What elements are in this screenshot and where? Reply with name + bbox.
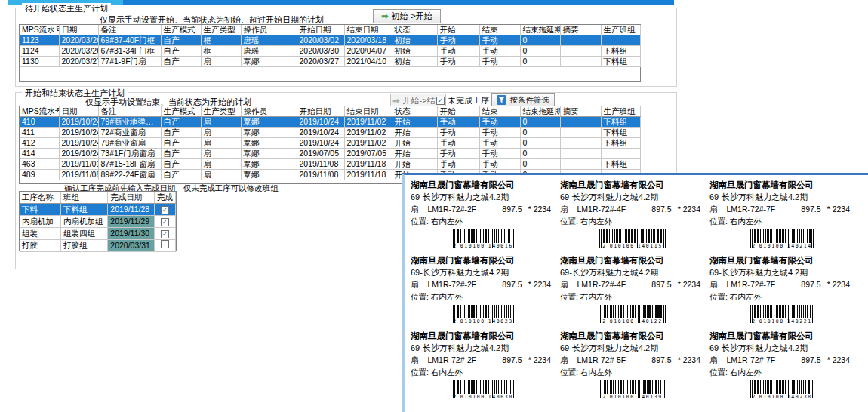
- table-row[interactable]: 4632019/11/0187#15-18F窗扇自产扇覃娜2019/11/082…: [20, 159, 640, 170]
- column-header[interactable]: 结束日期: [344, 25, 392, 35]
- process-row[interactable]: 组装组装四组2019/11/30✓: [20, 228, 176, 240]
- table-row[interactable]: 4142019/10/2473#1F门扇窗扇自产扇覃娜2019/07/05201…: [20, 149, 640, 159]
- column-header[interactable]: 生产班组: [601, 25, 640, 35]
- label-position-line: 位置: 右内左外: [560, 292, 705, 303]
- table-row[interactable]: 11242020/03/2667#31-34F门框自产框唐瑶2020/03/30…: [20, 46, 640, 57]
- barcode-bar: [797, 229, 798, 243]
- waiting-start-table: MPS流水号日期备注生产模式生产类型操作员开始日期结束日期状态开始结束结束拖延期…: [20, 25, 641, 67]
- column-header[interactable]: 日期: [59, 25, 98, 35]
- table-row[interactable]: 4102019/10/2479#商业地弹…自产扇覃娜2019/10/242019…: [20, 117, 640, 128]
- column-header[interactable]: 备注: [98, 106, 161, 117]
- column-header[interactable]: 开始日期: [297, 106, 344, 117]
- barcode-bar: [472, 305, 475, 318]
- column-header[interactable]: 结束: [479, 25, 520, 35]
- label-project-name: 69-长沙万科魅力之城4.2期: [709, 343, 854, 354]
- column-header[interactable]: 班组: [60, 192, 107, 204]
- label-product-code: LM1R-72#-2F: [428, 355, 477, 364]
- barcode-bar: [780, 229, 781, 243]
- cell: [601, 149, 640, 159]
- barcode-bar: [648, 229, 650, 243]
- column-header[interactable]: MPS流水号: [20, 25, 59, 35]
- column-header[interactable]: 摘要: [560, 106, 601, 117]
- barcode-bar: [805, 305, 806, 318]
- barcode-bar: [488, 229, 489, 243]
- cell: [560, 35, 601, 46]
- product-label: 湖南旦晟门窗幕墙有限公司69-长沙万科魅力之城4.2期扇LM1R-72#-7F8…: [709, 255, 854, 326]
- barcode-bar: [654, 380, 654, 394]
- column-header[interactable]: 结束拖延期: [520, 106, 560, 117]
- done-checkbox[interactable]: ✓: [161, 206, 169, 214]
- barcode-bar: [626, 229, 627, 243]
- table-row[interactable]: 11232020/03/2669#37-40F门框自产框唐瑶2020/03/02…: [20, 35, 640, 46]
- cell: 覃娜: [241, 57, 297, 67]
- table-row[interactable]: 11302020/03/2777#1-9F门扇自产扇覃娜2020/03/2720…: [20, 57, 640, 67]
- label-project-name: 69-长沙万科魅力之城4.2期: [709, 267, 854, 278]
- barcode-bar: [463, 305, 463, 318]
- barcode-bar: [460, 380, 461, 394]
- label-width: 897.5: [502, 355, 522, 364]
- cell: 2019/10/24: [59, 138, 98, 149]
- column-header[interactable]: 生产类型: [201, 25, 241, 35]
- column-header[interactable]: MPS流水号: [20, 106, 59, 117]
- barcode-bar: [765, 229, 766, 243]
- barcode-bar: [463, 380, 463, 394]
- done-checkbox[interactable]: [161, 240, 169, 248]
- column-header[interactable]: 生产类型: [201, 106, 241, 117]
- process-row[interactable]: 下料下料组2019/11/28✓: [20, 204, 176, 216]
- column-header[interactable]: 结束: [479, 106, 520, 117]
- barcode-bar: [655, 305, 657, 318]
- label-company-name: 湖南旦晟门窗幕墙有限公司: [709, 255, 854, 266]
- process-row[interactable]: 内扇机加内扇机加组2019/11/29✓: [20, 216, 176, 228]
- cell: 79#商业地弹…: [98, 117, 161, 128]
- barcode-bar: [476, 380, 477, 394]
- label-position-line: 位置: 右内左外: [560, 217, 705, 227]
- table-row[interactable]: 4122019/10/2479#商业窗扇自产扇覃娜2019/10/242019/…: [20, 138, 640, 149]
- barcode-bar: [508, 305, 509, 318]
- table-row[interactable]: 4112019/10/2472#商业窗扇自产扇覃娜2019/10/242019/…: [20, 128, 640, 138]
- cell: 自产: [161, 149, 201, 159]
- barcode-bar: [785, 229, 786, 243]
- column-header[interactable]: 摘要: [560, 25, 601, 35]
- barcode-bar: [805, 229, 805, 243]
- barcode-bar: [464, 229, 465, 243]
- column-header[interactable]: 完成日期: [108, 192, 154, 204]
- barcode-bar: [625, 229, 626, 243]
- barcode-bar: [642, 380, 642, 394]
- barcode: 2010100140122: [590, 305, 675, 324]
- column-header[interactable]: 备注: [98, 25, 161, 35]
- name-cell: 组装: [20, 228, 60, 240]
- barcode-bar: [807, 229, 808, 243]
- column-header[interactable]: 完成: [154, 192, 175, 204]
- label-spec-line: 扇LM1R-72#-2F897.5* 2234: [411, 204, 556, 215]
- init-to-start-button[interactable]: ➡ 初始->开始: [373, 9, 441, 23]
- done-checkbox[interactable]: ✓: [161, 230, 169, 238]
- barcode-bar: [785, 380, 786, 394]
- process-row[interactable]: 打胶打胶组2020/03/31: [20, 240, 176, 252]
- column-header[interactable]: 开始日期: [297, 25, 344, 35]
- barcode-bar: [657, 305, 660, 318]
- label-height: * 2234: [678, 280, 700, 289]
- column-header[interactable]: 结束拖延期: [520, 25, 560, 35]
- column-header[interactable]: 生产班组: [601, 106, 640, 117]
- barcode-bar: [501, 229, 502, 243]
- unfinished-process-checkbox[interactable]: ✓: [436, 97, 445, 105]
- column-header[interactable]: 开始: [437, 25, 479, 35]
- column-header[interactable]: 生产模式: [161, 25, 201, 35]
- column-header[interactable]: 开始: [437, 106, 479, 117]
- barcode-bar: [780, 380, 781, 394]
- column-header[interactable]: 工序名称: [20, 192, 60, 204]
- column-header[interactable]: 操作员: [241, 25, 297, 35]
- product-label: 湖南旦晟门窗幕墙有限公司69-长沙万科魅力之城4.2期扇LM1R-72#-2F8…: [411, 255, 556, 326]
- barcode-bar: [635, 305, 636, 318]
- column-header[interactable]: 状态: [392, 25, 437, 35]
- cell: 0: [520, 35, 560, 46]
- column-header[interactable]: 操作员: [241, 106, 297, 117]
- barcode-bar: [604, 380, 606, 394]
- column-header[interactable]: 日期: [59, 106, 98, 117]
- column-header[interactable]: 结束日期: [344, 106, 392, 117]
- column-header[interactable]: 状态: [392, 106, 437, 117]
- label-product-type: 扇: [709, 355, 718, 366]
- done-checkbox[interactable]: ✓: [161, 218, 169, 226]
- barcode-bar: [803, 229, 804, 243]
- column-header[interactable]: 生产模式: [161, 106, 201, 117]
